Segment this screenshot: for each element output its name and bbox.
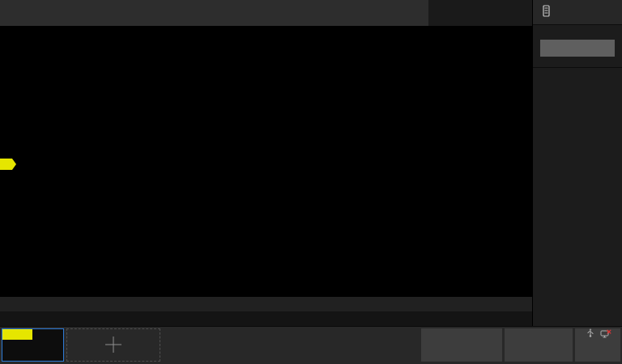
counter-dialog-header[interactable] bbox=[533, 0, 622, 25]
menu-bar bbox=[0, 0, 532, 26]
oscilloscope-screen: ✕ bbox=[0, 0, 622, 364]
usb-icon bbox=[586, 328, 594, 339]
brand-block bbox=[428, 0, 532, 26]
clock-box[interactable]: ✕ bbox=[575, 328, 620, 362]
counter-enable-section bbox=[533, 25, 622, 68]
counter-off-option[interactable] bbox=[577, 40, 615, 57]
counter-on-off-toggle bbox=[540, 40, 615, 57]
counter-on-option[interactable] bbox=[540, 40, 577, 57]
graticule-and-waveform bbox=[0, 26, 532, 296]
status-bar: ✕ bbox=[0, 326, 622, 364]
measure-bar bbox=[0, 296, 532, 327]
timebase-descriptor[interactable] bbox=[421, 328, 502, 362]
disconnect-x-icon: ✕ bbox=[606, 328, 611, 336]
counter-icon bbox=[541, 5, 552, 19]
crosshair-plus-icon bbox=[103, 334, 124, 357]
add-channel-slot[interactable] bbox=[66, 328, 160, 362]
clock-date bbox=[575, 349, 620, 360]
channel1-descriptor[interactable] bbox=[2, 328, 64, 362]
trigger-descriptor[interactable] bbox=[505, 328, 573, 362]
lan-disconnected-icon: ✕ bbox=[600, 330, 609, 338]
waveform-display[interactable] bbox=[0, 26, 532, 296]
side-panel bbox=[532, 0, 622, 326]
timebase-title bbox=[425, 329, 498, 340]
channel1-name-tab bbox=[2, 329, 32, 340]
channel1-level-marker[interactable] bbox=[0, 159, 12, 170]
clock-time bbox=[575, 339, 620, 349]
